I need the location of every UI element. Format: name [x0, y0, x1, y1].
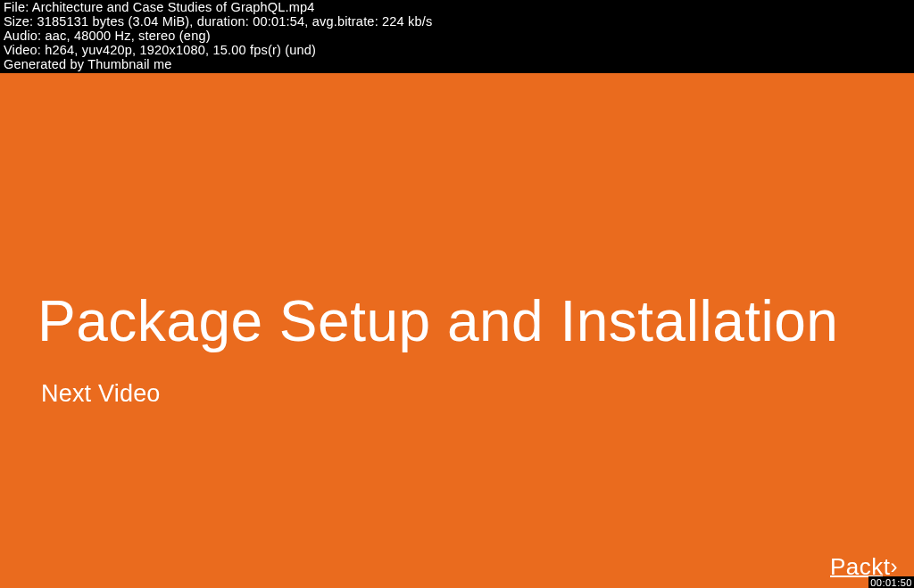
file-name: Architecture and Case Studies of GraphQL… [32, 0, 315, 14]
video-thumbnail: Package Setup and Installation Next Vide… [0, 73, 914, 588]
generator-line: Generated by Thumbnail me [4, 57, 910, 71]
slide-title: Package Setup and Installation [37, 293, 838, 350]
size-line: Size: 3185131 bytes (3.04 MiB), duration… [4, 14, 910, 29]
timestamp-overlay: 00:01:50 [868, 576, 914, 588]
file-label: File: [4, 0, 32, 14]
metadata-header: File: Architecture and Case Studies of G… [0, 0, 914, 73]
packt-chevron-icon: › [891, 554, 899, 578]
slide-subtitle: Next Video [41, 380, 161, 408]
packt-logo: Packt› [830, 553, 898, 577]
video-line: Video: h264, yuv420p, 1920x1080, 15.00 f… [4, 43, 910, 57]
file-line: File: Architecture and Case Studies of G… [4, 0, 910, 14]
audio-line: Audio: aac, 48000 Hz, stereo (eng) [4, 29, 910, 43]
